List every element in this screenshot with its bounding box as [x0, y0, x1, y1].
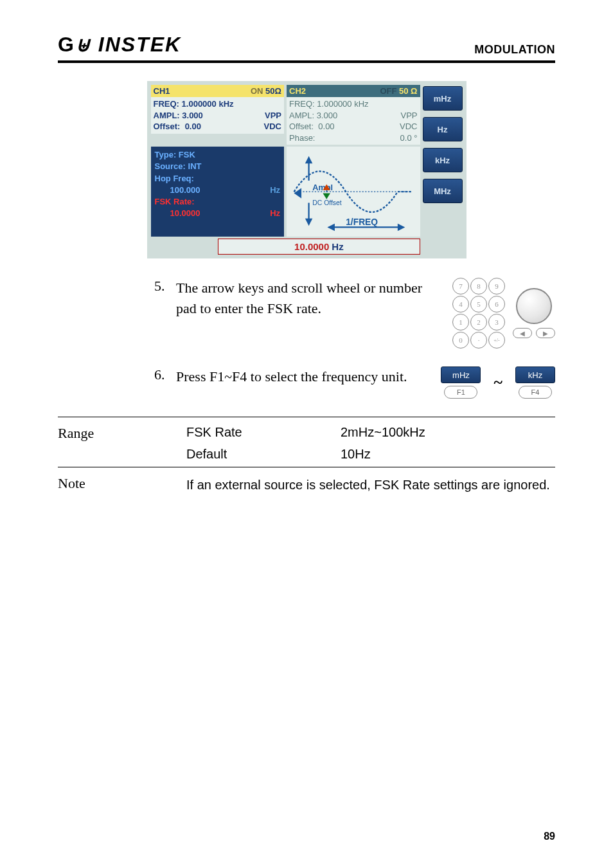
device-screenshot: CH1 ON 50Ω FREQ: 1.000000 kHz AMPL: 3.00…	[147, 81, 466, 258]
function-buttons: mHz Hz kHz MHz	[423, 85, 463, 255]
divider	[58, 467, 555, 467]
value-readout: 10.0000Hz	[218, 239, 420, 255]
f2-button: Hz	[423, 117, 463, 141]
f3-button: kHz	[423, 148, 463, 172]
knob-icon	[516, 288, 552, 324]
waveform-display: Ampl DC Offset 1/FREQ	[287, 147, 420, 237]
f1-button: mHz	[423, 86, 463, 111]
f1-label: F1	[444, 386, 477, 399]
ch2-readout: FREQ: 1.000000 kHz AMPL: 3.000VPP Offset…	[287, 97, 420, 145]
svg-marker-8	[323, 194, 331, 199]
ch1-tab: CH1 ON 50Ω	[151, 85, 285, 97]
ch2-tab: CH2 OFF 50 Ω	[287, 85, 420, 97]
f4-label: F4	[519, 386, 552, 399]
brand-logo: G⊎ INSTEK	[58, 32, 181, 57]
svg-marker-2	[305, 156, 313, 164]
page-header: G⊎ INSTEK MODULATION	[58, 32, 555, 63]
svg-marker-12	[398, 224, 405, 231]
svg-marker-5	[294, 188, 302, 199]
default-row: Default 10Hz	[58, 447, 555, 462]
svg-marker-4	[305, 219, 313, 226]
svg-marker-11	[327, 224, 335, 231]
divider	[58, 417, 555, 417]
page-number: 89	[544, 831, 555, 842]
ch1-readout: FREQ: 1.000000 kHz AMPL: 3.000VPP Offset…	[151, 97, 285, 134]
modulation-info: Type: FSK Source: INT Hop Freq: 100.000H…	[151, 147, 285, 237]
range-row: Range FSK Rate 2mHz~100kHz	[58, 425, 555, 442]
softkey-mhz: mHz	[441, 366, 481, 383]
section-title: MODULATION	[474, 43, 555, 57]
f4-button: MHz	[423, 179, 463, 203]
keypad-icon: 789 456 123 0·+/-	[452, 278, 505, 348]
svg-text:DC Offset: DC Offset	[312, 199, 341, 206]
left-arrow-icon: ◀	[513, 328, 532, 338]
softkey-khz: kHz	[515, 366, 555, 383]
tilde-icon: ~	[493, 373, 502, 392]
svg-text:1/FREQ: 1/FREQ	[346, 217, 378, 227]
step-5: 5. The arrow keys and scroll wheel or nu…	[154, 278, 555, 348]
svg-text:Ampl: Ampl	[312, 183, 333, 192]
right-arrow-icon: ▶	[536, 328, 555, 338]
step-6: 6. Press F1~F4 to select the frequency u…	[154, 366, 555, 399]
note-row: Note If an external source is selected, …	[58, 475, 555, 494]
